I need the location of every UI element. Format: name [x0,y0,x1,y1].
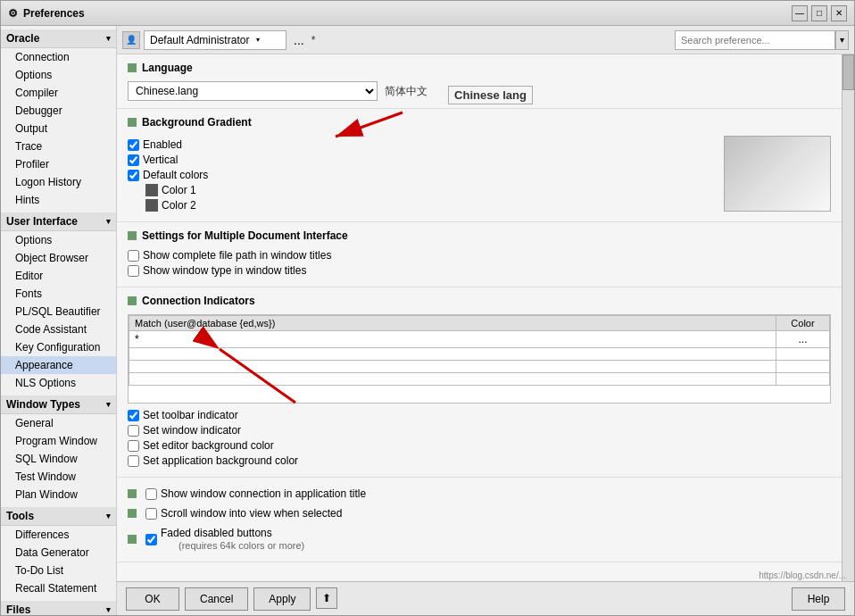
maximize-button[interactable]: □ [811,5,827,21]
faded-disabled-checkbox[interactable] [145,534,157,545]
extra-button[interactable]: ⬆ [316,587,337,609]
sidebar-item-sql-window[interactable]: SQL Window [1,450,116,468]
set-editor-bg-checkbox[interactable] [128,440,139,452]
preferences-window: ⚙ Preferences — □ ✕ Oracle ▾ Connection … [0,0,855,616]
sidebar-item-test-window[interactable]: Test Window [1,468,116,486]
ci-table: Match (user@database {ed,ws}) Color * ..… [129,315,830,386]
vertical-checkbox[interactable] [128,154,139,166]
scroll-window-row: Scroll window into view when selected [128,507,831,520]
default-colors-checkbox[interactable] [128,170,139,181]
show-full-path-row: Show complete file path in window titles [128,249,831,262]
dropdown-arrow-icon: ▾ [256,36,260,44]
sidebar-item-object-browser[interactable]: Object Browser [1,249,116,267]
show-window-type-checkbox[interactable] [128,265,139,277]
section-indicator-mdi [128,231,137,240]
color2-label: Color 2 [162,199,196,212]
gradient-preview [724,136,831,212]
scroll-window-checkbox[interactable] [145,508,157,520]
sidebar-item-plan-window[interactable]: Plan Window [1,486,116,504]
sidebar-item-debugger[interactable]: Debugger [1,102,116,120]
show-full-path-checkbox[interactable] [128,250,139,262]
apply-button[interactable]: Apply [253,587,311,611]
language-section: Language Chinese.lang 简体中文 [117,54,842,109]
sidebar-item-general[interactable]: General [1,414,116,432]
enabled-row: Enabled [128,138,713,151]
help-button[interactable]: Help [792,587,845,611]
ci-table-container: Match (user@database {ed,ws}) Color * ..… [128,314,831,404]
gradient-options: Enabled Vertical Default colors [128,136,713,214]
sidebar-item-todo-list[interactable]: To-Do List [1,562,116,579]
sidebar-item-appearance[interactable]: Appearance [1,356,116,374]
show-window-connection-checkbox[interactable] [145,488,157,500]
sidebar-item-compiler[interactable]: Compiler [1,84,116,102]
search-input[interactable] [675,30,835,50]
cancel-button[interactable]: Cancel [185,587,248,611]
title-bar-controls: — □ ✕ [792,5,847,21]
sidebar-header-files[interactable]: Files ▾ [1,601,116,615]
sidebar-header-user-interface[interactable]: User Interface ▾ [1,212,116,231]
sidebar-item-fonts[interactable]: Fonts [1,285,116,303]
bottom-left-buttons: OK Cancel Apply ⬆ [126,587,337,611]
ci-section-title: Connection Indicators [128,295,831,307]
section-indicator-language [128,63,137,72]
sidebar-item-trace[interactable]: Trace [1,137,116,155]
toolbar: 👤 Default Administrator ▾ ... * ▾ [117,26,854,54]
chevron-down-icon-ui: ▾ [106,217,111,226]
sidebar-item-profiler[interactable]: Profiler [1,155,116,173]
section-indicator-ci [128,296,137,305]
language-dropdown[interactable]: Chinese.lang [128,81,378,101]
set-app-bg-checkbox[interactable] [128,455,139,467]
sidebar-item-plsql-beautifier[interactable]: PL/SQL Beautifier [1,303,116,320]
ok-button[interactable]: OK [126,587,179,611]
sidebar-item-recall-statement[interactable]: Recall Statement [1,579,116,597]
ci-header-match: Match (user@database {ed,ws}) [129,316,776,331]
minimize-button[interactable]: — [792,5,808,21]
enabled-checkbox[interactable] [128,139,139,151]
ci-cell-color: ... [776,331,830,348]
sidebar-item-ui-options[interactable]: Options [1,231,116,249]
language-row: Chinese.lang 简体中文 [128,81,831,101]
sidebar-item-differences[interactable]: Differences [1,526,116,544]
color2-dot [145,199,158,212]
set-window-indicator-checkbox[interactable] [128,425,139,437]
ci-empty-row-3 [129,373,830,386]
sidebar-item-program-window[interactable]: Program Window [1,432,116,450]
sidebar-item-nls-options[interactable]: NLS Options [1,374,116,392]
sidebar-item-editor[interactable]: Editor [1,267,116,285]
set-editor-bg-row: Set editor background color [128,439,831,452]
ci-empty-cell-6 [776,373,830,386]
sidebar-header-tools[interactable]: Tools ▾ [1,507,116,526]
section-indicator-faded [128,535,137,544]
sidebar: Oracle ▾ Connection Options Compiler Deb… [1,26,117,615]
sidebar-item-data-generator[interactable]: Data Generator [1,544,116,562]
close-button[interactable]: ✕ [831,5,847,21]
sidebar-item-options[interactable]: Options [1,66,116,84]
search-button[interactable]: ▾ [835,30,849,50]
show-window-type-label: Show window type in window titles [143,264,306,277]
sidebar-item-logon-history[interactable]: Logon History [1,173,116,191]
sidebar-item-output[interactable]: Output [1,120,116,137]
set-toolbar-indicator-checkbox[interactable] [128,410,139,421]
scroll-window-label: Scroll window into view when selected [161,507,342,520]
search-bar: ▾ [675,30,849,50]
sidebar-item-hints[interactable]: Hints [1,191,116,209]
language-section-title: Language [128,62,831,74]
sidebar-item-key-configuration[interactable]: Key Configuration [1,338,116,356]
toolbar-more-button[interactable]: ... [290,33,308,47]
scrollbar-thumb[interactable] [843,54,854,90]
sidebar-item-connection[interactable]: Connection [1,48,116,66]
ci-header-color: Color [776,316,830,331]
faded-disabled-label: Faded disabled buttons [161,527,272,539]
scrollbar-track[interactable] [842,54,854,581]
bottom-bar: OK Cancel Apply ⬆ Help [117,581,854,615]
section-indicator-swc [128,489,137,498]
color1-label: Color 1 [162,184,196,196]
profile-icon[interactable]: 👤 [122,31,140,49]
sidebar-header-oracle[interactable]: Oracle ▾ [1,29,116,48]
sidebar-header-window-types[interactable]: Window Types ▾ [1,395,116,414]
profile-dropdown[interactable]: Default Administrator ▾ [144,30,286,50]
title-bar-title: ⚙ Preferences [8,7,85,20]
content-area: Language Chinese.lang 简体中文 [117,54,842,581]
sidebar-files-label: Files [6,604,30,615]
sidebar-item-code-assistant[interactable]: Code Assistant [1,320,116,338]
